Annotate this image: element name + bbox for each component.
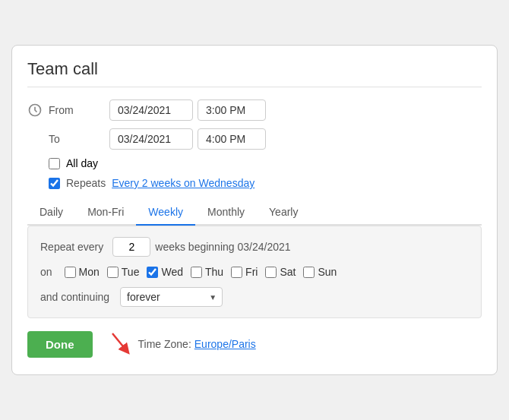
svg-line-2 bbox=[112, 333, 126, 350]
to-time-input[interactable] bbox=[198, 128, 266, 150]
weeks-label: weeks beginning 03/24/2021 bbox=[155, 241, 290, 253]
thu-checkbox[interactable] bbox=[191, 267, 202, 278]
from-row: From bbox=[27, 99, 482, 121]
allday-label: All day bbox=[66, 157, 98, 169]
recurrence-box: Repeat every weeks beginning 03/24/2021 … bbox=[27, 226, 482, 318]
tab-monthly[interactable]: Monthly bbox=[195, 200, 257, 226]
recurrence-tabs: Daily Mon-Fri Weekly Monthly Yearly bbox=[27, 200, 482, 226]
event-card: Team call From To All day Repeats Every … bbox=[11, 45, 498, 375]
done-button[interactable]: Done bbox=[27, 331, 93, 358]
day-sat: Sat bbox=[265, 266, 296, 278]
wed-label: Wed bbox=[161, 266, 183, 278]
to-label: To bbox=[49, 133, 109, 145]
tab-mon-fri[interactable]: Mon-Fri bbox=[75, 200, 136, 226]
clock-icon bbox=[27, 103, 43, 118]
timezone-label: Time Zone: bbox=[138, 338, 191, 350]
day-fri: Fri bbox=[231, 266, 258, 278]
sat-label: Sat bbox=[280, 266, 296, 278]
sat-checkbox[interactable] bbox=[265, 267, 277, 278]
from-time-input[interactable] bbox=[198, 99, 266, 121]
event-title: Team call bbox=[27, 59, 482, 87]
to-row: To bbox=[49, 128, 482, 150]
tab-yearly[interactable]: Yearly bbox=[257, 200, 310, 226]
repeat-every-row: Repeat every weeks beginning 03/24/2021 bbox=[40, 237, 469, 257]
from-date-input[interactable] bbox=[109, 99, 193, 121]
timezone-container: Time Zone: Europe/Paris bbox=[105, 329, 256, 359]
day-wed: Wed bbox=[147, 266, 183, 278]
continuing-label: and continuing bbox=[40, 291, 109, 303]
sun-checkbox[interactable] bbox=[303, 267, 315, 278]
repeat-every-input[interactable] bbox=[112, 237, 150, 257]
repeats-label: Repeats bbox=[66, 177, 106, 189]
day-thu: Thu bbox=[191, 266, 223, 278]
days-row: on Mon Tue Wed Thu bbox=[40, 266, 469, 278]
tab-daily[interactable]: Daily bbox=[27, 200, 75, 226]
continuing-select[interactable]: forever until date number of times bbox=[120, 287, 223, 307]
day-tue: Tue bbox=[107, 266, 140, 278]
allday-checkbox[interactable] bbox=[49, 158, 60, 169]
fri-checkbox[interactable] bbox=[231, 267, 242, 278]
timezone-link[interactable]: Europe/Paris bbox=[194, 338, 256, 350]
tab-weekly[interactable]: Weekly bbox=[136, 200, 195, 226]
mon-checkbox[interactable] bbox=[65, 267, 76, 278]
continuing-select-wrapper: forever until date number of times bbox=[120, 287, 223, 307]
day-checkbox-group: Mon Tue Wed Thu Fri bbox=[65, 266, 337, 278]
red-arrow-icon bbox=[105, 329, 135, 359]
day-mon: Mon bbox=[65, 266, 100, 278]
day-sun: Sun bbox=[303, 266, 337, 278]
wed-checkbox[interactable] bbox=[147, 267, 158, 278]
repeats-checkbox[interactable] bbox=[49, 178, 60, 189]
allday-row: All day bbox=[49, 157, 482, 169]
to-date-input[interactable] bbox=[109, 128, 193, 150]
on-label: on bbox=[40, 266, 52, 278]
mon-label: Mon bbox=[79, 266, 100, 278]
repeats-summary-link[interactable]: Every 2 weeks on Wednesday bbox=[112, 177, 254, 189]
fri-label: Fri bbox=[245, 266, 258, 278]
repeat-every-label: Repeat every bbox=[40, 241, 103, 253]
from-label: From bbox=[49, 104, 109, 116]
footer-row: Done Time Zone: Europe/Paris bbox=[27, 329, 482, 359]
thu-label: Thu bbox=[205, 266, 223, 278]
sun-label: Sun bbox=[318, 266, 337, 278]
tue-checkbox[interactable] bbox=[107, 267, 119, 278]
repeats-row: Repeats Every 2 weeks on Wednesday bbox=[49, 177, 482, 189]
continuing-row: and continuing forever until date number… bbox=[40, 287, 469, 307]
tue-label: Tue bbox=[122, 266, 140, 278]
